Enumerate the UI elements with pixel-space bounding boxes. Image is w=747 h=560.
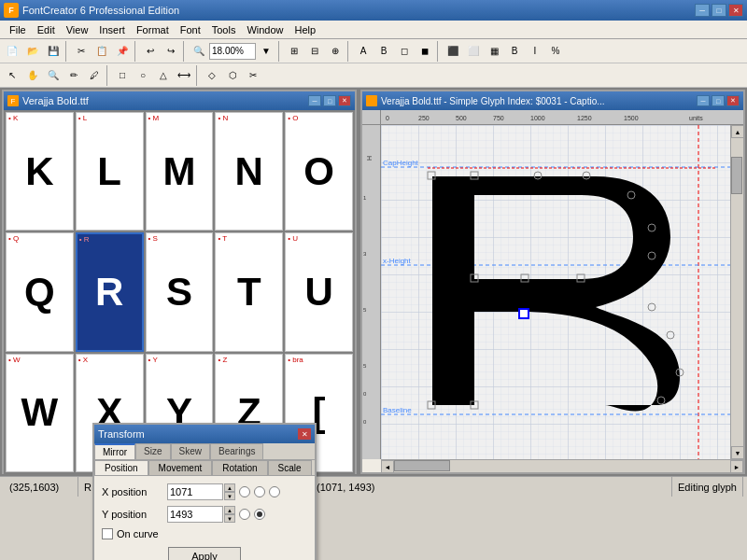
svg-text:units: units — [689, 115, 703, 121]
subtab-position[interactable]: Position — [94, 460, 148, 475]
scroll-down-button[interactable]: ▼ — [731, 446, 743, 459]
undo-button[interactable]: ↩ — [140, 41, 161, 62]
tab-skew[interactable]: Skew — [171, 443, 210, 459]
cut-button[interactable]: ✂ — [71, 41, 92, 62]
tool-pen[interactable]: 🖊 — [84, 65, 105, 86]
y-down-button[interactable]: ▼ — [224, 514, 235, 523]
glyph-cell-Q[interactable]: • QQ — [6, 232, 74, 351]
glyph-cell-S[interactable]: • SS — [146, 232, 214, 351]
tab-size[interactable]: Size — [135, 443, 170, 459]
glyph-cell-M[interactable]: • MM — [146, 112, 214, 231]
paste-button[interactable]: 📌 — [112, 41, 133, 62]
subtab-movement[interactable]: Movement — [148, 460, 213, 475]
tool-poly[interactable]: △ — [153, 65, 174, 86]
menu-help[interactable]: Help — [289, 22, 322, 37]
subtab-rotation[interactable]: Rotation — [212, 460, 267, 475]
scroll-up-button[interactable]: ▲ — [731, 125, 743, 138]
menu-window[interactable]: Window — [241, 22, 289, 37]
scroll-h-track[interactable] — [394, 460, 730, 472]
scroll-left-button[interactable]: ◄ — [381, 460, 394, 473]
scroll-v-thumb[interactable] — [731, 157, 742, 194]
glyph-editor-maximize[interactable]: □ — [712, 95, 725, 106]
scroll-v-track[interactable] — [731, 138, 743, 446]
menu-font[interactable]: Font — [175, 22, 206, 37]
transform-close-button[interactable]: ✕ — [298, 428, 311, 440]
tool-pan[interactable]: ✋ — [22, 65, 43, 86]
x-down-button[interactable]: ▼ — [224, 492, 235, 500]
tb-btn-8[interactable]: A — [353, 41, 374, 62]
vertical-scrollbar[interactable]: ▲ ▼ — [730, 125, 743, 459]
x-radio-1[interactable] — [239, 486, 250, 497]
tb-btn-9[interactable]: B — [374, 41, 394, 62]
tool-knife[interactable]: ✂ — [243, 65, 263, 86]
glyph-cell-L[interactable]: • LL — [76, 112, 144, 231]
subtab-scale[interactable]: Scale — [268, 460, 312, 475]
y-radio-2[interactable] — [254, 509, 265, 520]
minimize-button[interactable]: ─ — [695, 4, 710, 17]
tool-select[interactable]: ↖ — [2, 65, 22, 86]
y-position-input[interactable] — [167, 506, 223, 523]
menu-file[interactable]: File — [4, 22, 32, 37]
scroll-right-button[interactable]: ► — [730, 460, 743, 473]
on-curve-checkbox[interactable] — [102, 528, 113, 539]
tab-mirror[interactable]: Mirror — [94, 443, 135, 459]
tb-btn-17[interactable]: % — [545, 41, 566, 62]
menu-tools[interactable]: Tools — [206, 22, 242, 37]
glyph-cell-T[interactable]: • TT — [215, 232, 283, 351]
tool-zoom-t[interactable]: 🔍 — [43, 65, 63, 86]
glyph-editor-minimize[interactable]: ─ — [697, 95, 710, 106]
open-button[interactable]: 📂 — [22, 41, 43, 62]
tool-measure[interactable]: ⟷ — [174, 65, 194, 86]
tb-btn-7[interactable]: ⊕ — [325, 41, 345, 62]
tool-pencil[interactable]: ✏ — [63, 65, 84, 86]
x-radio-2[interactable] — [254, 486, 265, 497]
tab-bearings[interactable]: Bearings — [210, 443, 263, 459]
scroll-h-thumb[interactable] — [394, 460, 450, 471]
glyph-cell-U[interactable]: • UU — [285, 232, 353, 351]
font-window-maximize[interactable]: □ — [323, 95, 336, 106]
glyph-canvas[interactable]: CapHeight x-Height Baseline — [381, 125, 730, 459]
menu-insert[interactable]: Insert — [93, 22, 131, 37]
tb-btn-16[interactable]: I — [525, 41, 545, 62]
svg-text:Baseline: Baseline — [383, 406, 412, 414]
new-button[interactable]: 📄 — [2, 41, 22, 62]
maximize-button[interactable]: □ — [712, 4, 726, 17]
tb-btn-12[interactable]: ⬛ — [443, 41, 463, 62]
menu-format[interactable]: Format — [131, 22, 175, 37]
tb-btn-11[interactable]: ◼ — [415, 41, 435, 62]
apply-button[interactable]: Apply — [168, 547, 241, 560]
x-radio-3[interactable] — [269, 486, 280, 497]
glyph-cell-N[interactable]: • NN — [215, 112, 283, 231]
tb-btn-6[interactable]: ⊟ — [304, 41, 325, 62]
horizontal-scrollbar[interactable]: ◄ ► — [381, 459, 743, 472]
font-window-minimize[interactable]: ─ — [308, 95, 321, 106]
glyph-cell-W[interactable]: • WW — [6, 354, 74, 472]
close-button[interactable]: ✕ — [728, 4, 743, 17]
save-button[interactable]: 💾 — [43, 41, 63, 62]
zoom-input[interactable] — [209, 43, 256, 60]
y-up-button[interactable]: ▲ — [224, 506, 235, 514]
tb-btn-15[interactable]: B — [504, 41, 525, 62]
tool-node[interactable]: ◇ — [202, 65, 222, 86]
tool-rect[interactable]: □ — [112, 65, 133, 86]
x-position-input[interactable] — [167, 483, 223, 500]
glyph-cell-K[interactable]: • KK — [6, 112, 74, 231]
zoom-dropdown[interactable]: ▼ — [256, 41, 276, 62]
tb-btn-14[interactable]: ▦ — [484, 41, 504, 62]
tool-ellipse[interactable]: ○ — [133, 65, 153, 86]
copy-button[interactable]: 📋 — [92, 41, 112, 62]
tb-btn-5[interactable]: ⊞ — [284, 41, 304, 62]
redo-button[interactable]: ↪ — [161, 41, 181, 62]
tb-btn-13[interactable]: ⬜ — [463, 41, 484, 62]
y-radio-1[interactable] — [239, 509, 250, 520]
x-up-button[interactable]: ▲ — [224, 483, 235, 492]
glyph-cell-R[interactable]: • RR — [76, 232, 144, 351]
zoom-out-button[interactable]: 🔍 — [189, 41, 209, 62]
menu-view[interactable]: View — [61, 22, 94, 37]
menu-edit[interactable]: Edit — [32, 22, 61, 37]
tb-btn-10[interactable]: ◻ — [394, 41, 415, 62]
glyph-cell-O[interactable]: • OO — [285, 112, 353, 231]
glyph-editor-close[interactable]: ✕ — [726, 95, 740, 106]
tool-contour[interactable]: ⬡ — [222, 65, 243, 86]
font-window-close[interactable]: ✕ — [338, 95, 351, 106]
